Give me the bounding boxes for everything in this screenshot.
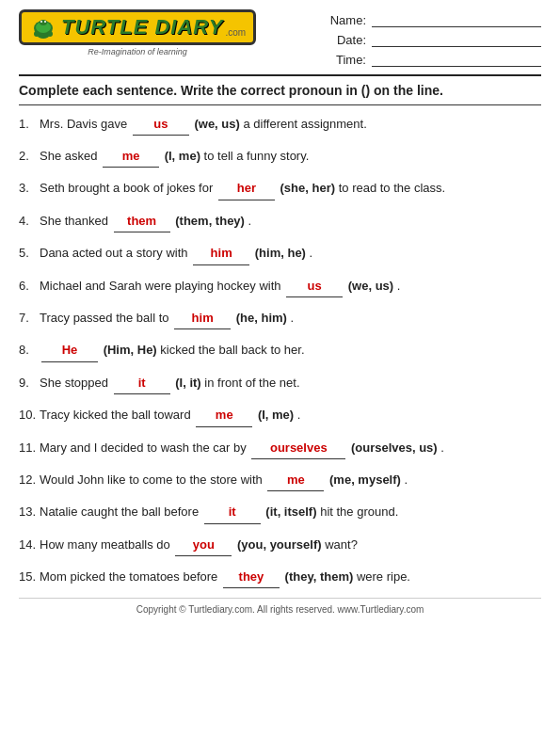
sentence-num: 12.	[19, 469, 40, 490]
answer-word: ourselves	[251, 437, 345, 459]
logo-com: .com	[226, 27, 247, 38]
name-row: Name:	[324, 13, 541, 27]
sentence-after: a different assignment.	[243, 113, 366, 135]
sentence-options: (it, itself)	[265, 501, 316, 522]
sentence-before: Mom picked the tomatoes before	[40, 566, 221, 587]
svg-point-6	[40, 21, 42, 23]
sentence-after: were ripe.	[357, 566, 410, 587]
divider	[19, 104, 541, 105]
answer-word: it	[204, 501, 261, 523]
sentence-num: 9.	[19, 372, 40, 393]
list-item: 6. Michael and Sarah were playing hockey…	[19, 275, 541, 297]
answer-word: them	[114, 210, 170, 232]
list-item: 9. She stopped it (I, it) in front of th…	[19, 372, 541, 394]
answer-word: us	[133, 113, 189, 136]
sentence-after: .	[397, 275, 401, 296]
list-item: 11. Mary and I decided to wash the car b…	[19, 437, 541, 459]
list-item: 10. Tracy kicked the ball toward me (I, …	[19, 404, 541, 426]
sentence-before: Dana acted out a story with	[40, 242, 191, 264]
svg-point-5	[40, 20, 47, 25]
sentence-options: (me, myself)	[329, 469, 401, 490]
date-label: Date:	[324, 33, 366, 47]
logo-text: TURTLE DIARY	[61, 15, 224, 40]
sentence-num: 2.	[19, 145, 40, 167]
sentence-before: Tracy kicked the ball toward	[40, 404, 194, 425]
sentence-after: .	[291, 307, 295, 328]
sentence-num: 8.	[19, 339, 40, 360]
sentence-num: 6.	[19, 275, 40, 296]
svg-point-7	[44, 21, 46, 23]
list-item: 13. Natalie caught the ball before it (i…	[19, 501, 541, 523]
sentence-after: hit the ground.	[320, 501, 398, 522]
sentence-after: kicked the ball back to her.	[160, 339, 304, 360]
sentence-num: 14.	[19, 534, 40, 555]
sentence-num: 1.	[19, 113, 40, 135]
sentence-options: (you, yourself)	[237, 534, 322, 555]
name-label: Name:	[324, 13, 366, 27]
sentence-before: She asked	[40, 145, 101, 167]
name-line	[372, 14, 541, 27]
answer-word: me	[196, 404, 252, 426]
sentence-after: in front of the net.	[204, 372, 299, 393]
date-row: Date:	[324, 33, 541, 47]
sentence-after: .	[297, 404, 301, 425]
sentence-options: (we, us)	[348, 275, 393, 296]
sentence-options: (we, us)	[194, 113, 239, 135]
sentence-after: .	[248, 210, 252, 232]
sentence-options: (they, them)	[285, 566, 354, 587]
sentence-after: to tell a funny story.	[204, 145, 310, 167]
name-fields: Name: Date: Time:	[324, 13, 541, 67]
sentence-before: How many meatballs do	[40, 534, 173, 555]
answer-word: you	[175, 534, 232, 556]
logo-box: TURTLE DIARY .com	[19, 9, 256, 45]
list-item: 14. How many meatballs do you (you, your…	[19, 534, 541, 556]
svg-point-4	[47, 31, 53, 37]
sentence-before: She thanked	[40, 210, 112, 232]
sentence-before: Seth brought a book of jokes for	[40, 177, 216, 199]
sentence-before: She stopped	[40, 372, 112, 393]
sentence-num: 13.	[19, 501, 40, 522]
svg-point-3	[34, 31, 40, 37]
sentence-num: 5.	[19, 242, 40, 264]
sentence-options: (I, it)	[175, 372, 200, 393]
sentence-options: (him, he)	[255, 242, 306, 264]
time-row: Time:	[324, 53, 541, 67]
sentence-num: 15.	[19, 566, 40, 587]
list-item: 1. Mrs. Davis gave us (we, us) a differe…	[19, 113, 541, 136]
list-item: 4. She thanked them (them, they) .	[19, 210, 541, 232]
answer-word: they	[223, 566, 280, 588]
list-item: 2. She asked me (I, me) to tell a funny …	[19, 145, 541, 168]
list-item: 3. Seth brought a book of jokes for her …	[19, 177, 541, 200]
answer-word: her	[218, 177, 275, 200]
sentence-options: (ourselves, us)	[351, 437, 438, 458]
sentence-options: (them, they)	[175, 210, 245, 232]
sentence-before: Would John like to come to the store wit…	[40, 469, 265, 490]
sentence-num: 10.	[19, 404, 40, 425]
sentence-after: .	[440, 437, 444, 458]
list-item: 5. Dana acted out a story with him (him,…	[19, 242, 541, 264]
header: TURTLE DIARY .com Re-Imagination of lear…	[19, 9, 541, 67]
sentence-num: 3.	[19, 177, 40, 199]
instructions: Complete each sentence. Write the correc…	[19, 74, 541, 101]
sentence-num: 4.	[19, 210, 40, 232]
footer-text: Copyright © Turtlediary.com. All rights …	[136, 604, 424, 615]
turtle-icon	[29, 15, 57, 40]
sentence-after: .	[310, 242, 313, 264]
sentence-options: (she, her)	[280, 177, 336, 199]
sentence-before: Natalie caught the ball before	[40, 501, 202, 522]
sentence-after: .	[405, 469, 408, 490]
answer-word: He	[41, 339, 98, 361]
list-item: 8. He (Him, He) kicked the ball back to …	[19, 339, 541, 361]
logo-area: TURTLE DIARY .com Re-Imagination of lear…	[19, 9, 256, 56]
list-item: 7. Tracy passed the ball to him (he, him…	[19, 307, 541, 329]
sentence-before: Mrs. Davis gave	[40, 113, 131, 135]
answer-word: me	[103, 145, 159, 168]
logo-sub: Re-Imagination of learning	[88, 47, 187, 56]
sentence-before: Michael and Sarah were playing hockey wi…	[40, 275, 284, 296]
sentence-options: (he, him)	[236, 307, 287, 328]
answer-word: it	[114, 372, 170, 394]
date-line	[372, 34, 541, 47]
sentence-before: Tracy passed the ball to	[40, 307, 172, 328]
answer-word: him	[193, 242, 249, 264]
time-line	[372, 54, 541, 67]
